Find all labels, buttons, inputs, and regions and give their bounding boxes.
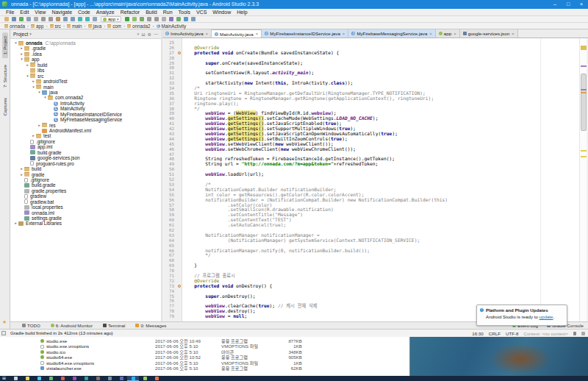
tree-item-build.gradle[interactable]: build.gradle	[10, 182, 161, 188]
editor-tab-app[interactable]: app×	[436, 29, 460, 38]
tree-item-build[interactable]: ▸build	[10, 63, 161, 68]
tree-arrow-icon[interactable]: ▾	[37, 90, 42, 95]
tree-item-external libraries[interactable]: ▸External Libraries	[10, 221, 161, 226]
save-all-icon[interactable]	[12, 17, 16, 21]
editor-tab-myfirebasemessagingservice.java[interactable]: CMyFirebaseMessagingService.java×	[348, 29, 435, 38]
tool-window-button-6-android-monitor[interactable]: 6: Android Monitor	[51, 323, 93, 328]
sync-icon[interactable]	[19, 17, 24, 21]
file-row-studio64.exe.vmoptions[interactable]: studio64.exe.vmoptions2017-06-06 오후 5:10…	[0, 360, 409, 366]
tree-arrow-icon[interactable]: ▸	[25, 63, 30, 68]
tree-item-app[interactable]: ▾app	[10, 57, 161, 62]
file-row-studio64.exe[interactable]: studio64.exe2017-06-06 오전 10:52응용 프로그램90…	[0, 355, 409, 360]
apply-changes-icon[interactable]	[132, 17, 137, 21]
tree-item-myfirebaseinstanceidservice[interactable]: CMyFirebaseInstanceIDService	[10, 112, 161, 117]
tool-window-tab-1-project[interactable]: 1: Project	[2, 32, 8, 58]
tree-item-gradlew[interactable]: gradlew	[10, 193, 161, 199]
menu-item-edit[interactable]: Edit	[17, 9, 32, 16]
tree-arrow-icon[interactable]: ▸	[19, 46, 24, 51]
tree-item-res[interactable]: ▸res	[10, 123, 161, 128]
tree-item-build.gradle[interactable]: build.gradle	[10, 150, 161, 155]
run-configuration-selector[interactable]: app▾	[101, 16, 121, 22]
taskbar-app-10[interactable]	[115, 376, 127, 381]
tree-item-.idea[interactable]: ▸.idea	[10, 51, 161, 57]
compile-icon[interactable]	[93, 17, 97, 21]
tree-item-onnada.iml[interactable]: onnada.iml	[10, 210, 161, 216]
tree-arrow-icon[interactable]: ▸	[19, 166, 24, 171]
breadcrumb-item-mainactivity[interactable]: CMainActivity	[157, 24, 187, 29]
menu-item-file[interactable]: File	[3, 9, 17, 16]
taskbar-app-5[interactable]	[57, 376, 68, 381]
start-button[interactable]: ⊞	[2, 376, 6, 381]
taskbar-app-2[interactable]	[21, 376, 33, 381]
tree-item-.gitignore[interactable]: .gitignore	[10, 177, 161, 182]
project-panel-title[interactable]: Project	[13, 32, 28, 37]
editor-tab-mainactivity.java[interactable]: CMainActivity.java×	[212, 29, 262, 38]
scroll-from-source-icon[interactable]: ⌖	[137, 32, 139, 37]
tree-item-gradle[interactable]: ▸gradle	[10, 172, 161, 177]
tree-item-settings.gradle[interactable]: settings.gradle	[10, 216, 161, 221]
avd-manager-icon[interactable]	[169, 17, 173, 21]
tool-window-button-todo[interactable]: TODO	[22, 323, 40, 328]
close-icon[interactable]: ×	[343, 32, 345, 36]
tree-arrow-icon[interactable]: ▸	[13, 221, 18, 226]
caret-position[interactable]: 16:30	[472, 331, 483, 336]
scrollbar-thumb[interactable]	[581, 74, 587, 131]
menu-item-run[interactable]: Run	[160, 9, 176, 16]
tree-item-app.iml[interactable]: app.iml	[10, 144, 161, 149]
tool-window-button-0-messages[interactable]: 0: Messages	[135, 323, 166, 328]
tree-arrow-icon[interactable]: ▾	[25, 74, 30, 79]
tree-arrow-icon[interactable]: ▸	[31, 133, 36, 138]
breadcrumb-item-com[interactable]: com	[107, 24, 121, 29]
file-row-studio.exe[interactable]: studio.exe2017-06-06 오전 10:49응용 프로그램877K…	[0, 338, 409, 343]
menu-item-refactor[interactable]: Refactor	[118, 9, 143, 16]
tool-window-tab-7-structure[interactable]: 7: Structure	[2, 61, 8, 91]
file-row-studio.ico[interactable]: studio.ico2017-06-06 오후 5:10아이콘348KB	[0, 349, 409, 355]
favorites-star-icon[interactable]: ★	[2, 319, 7, 325]
taskbar-app-3[interactable]	[33, 376, 45, 381]
hide-panel-icon[interactable]: —	[154, 32, 158, 37]
tree-item-com.onnada2[interactable]: ▾com.onnada2	[10, 95, 161, 100]
taskbar-app-11[interactable]	[127, 376, 139, 381]
menu-item-tools[interactable]: Tools	[176, 9, 193, 16]
toggle-toolwindows-icon[interactable]	[1, 331, 6, 335]
tree-item-libs[interactable]: libs	[10, 68, 161, 73]
close-icon[interactable]: ×	[429, 32, 432, 36]
tree-arrow-icon[interactable]: ▸	[19, 51, 24, 57]
breadcrumb-item-java[interactable]: java	[88, 24, 102, 29]
tree-item-androidtest[interactable]: ▸androidTest	[10, 79, 161, 84]
tree-item-androidmanifest.xml[interactable]: AndroidManifest.xml	[10, 128, 161, 133]
menu-item-analyze[interactable]: Analyze	[93, 9, 118, 16]
breadcrumb-item-main[interactable]: main	[67, 24, 82, 29]
file-row-studio.exe.vmoptions[interactable]: studio.exe.vmoptions2017-06-06 오후 5:10VM…	[0, 343, 409, 349]
editor-tab-myfirebaseinstanceidservice.java[interactable]: CMyFirebaseInstanceIDService.java×	[262, 29, 348, 38]
menu-item-code[interactable]: Code	[75, 9, 93, 16]
update-link[interactable]: update	[539, 314, 553, 319]
breadcrumb-item-onnada[interactable]: onnada	[4, 24, 25, 29]
tree-item-local.properties[interactable]: local.properties	[10, 204, 161, 210]
tree-item-myfirebasemessagingservice[interactable]: CMyFirebaseMessagingService	[10, 117, 161, 122]
coverage-icon[interactable]	[147, 17, 151, 21]
lock-icon[interactable]	[573, 332, 576, 335]
forward-icon[interactable]	[85, 17, 90, 21]
override-method-icon[interactable]	[178, 51, 181, 54]
tree-arrow-icon[interactable]: ▸	[19, 172, 24, 177]
paste-icon[interactable]	[56, 17, 60, 21]
back-icon[interactable]	[78, 17, 82, 21]
breadcrumb-item-src[interactable]: src	[50, 24, 61, 29]
taskbar-app-8[interactable]	[92, 376, 104, 381]
profile-icon[interactable]	[154, 17, 159, 21]
open-icon[interactable]	[4, 17, 9, 21]
line-separator[interactable]: CRLF	[489, 331, 501, 336]
close-icon[interactable]: ×	[256, 32, 259, 36]
editor-tab-google-services.json[interactable]: google-services.json×	[460, 29, 518, 38]
tree-item-mainactivity[interactable]: CMainActivity	[10, 106, 161, 111]
taskbar-app-1[interactable]	[10, 376, 21, 381]
tool-window-tab-captures[interactable]: Captures	[2, 94, 8, 119]
tree-item-google-services.json[interactable]: google-services.json	[10, 155, 161, 160]
override-method-icon[interactable]	[178, 285, 181, 288]
menu-item-build[interactable]: Build	[143, 9, 160, 16]
collapse-all-icon[interactable]: ⊟	[142, 32, 146, 37]
close-icon[interactable]: ×	[206, 32, 209, 36]
menu-item-window[interactable]: Window	[209, 9, 234, 16]
tree-item-introactivity[interactable]: CIntroActivity	[10, 101, 161, 106]
